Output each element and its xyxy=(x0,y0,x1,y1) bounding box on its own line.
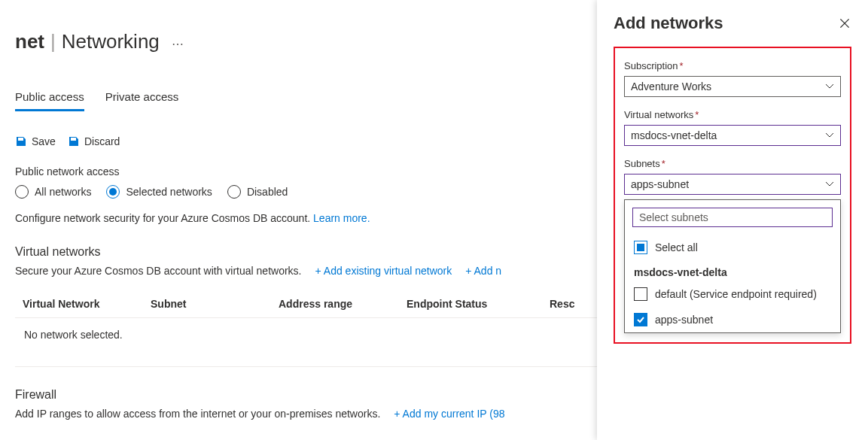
subnet-option-default[interactable]: default (Service endpoint required) xyxy=(625,281,840,307)
radio-icon xyxy=(227,185,241,199)
radio-label: Disabled xyxy=(247,186,288,198)
learn-more-link[interactable]: Learn more. xyxy=(313,212,370,224)
add-new-vnet-link[interactable]: + Add n xyxy=(465,265,501,277)
radio-label: Selected networks xyxy=(126,186,212,198)
radio-icon xyxy=(15,185,29,199)
highlighted-region: Subscription* Adventure Works Virtual ne… xyxy=(614,47,851,344)
checkbox-checked-icon xyxy=(634,313,647,326)
add-existing-vnet-link[interactable]: + Add existing virtual network xyxy=(315,265,452,277)
discard-icon xyxy=(68,135,80,147)
vnet-select[interactable]: msdocs-vnet-delta xyxy=(624,125,841,146)
subscription-label: Subscription* xyxy=(624,60,841,71)
subnet-option-apps[interactable]: apps-subnet xyxy=(625,307,840,332)
checkbox-unchecked-icon xyxy=(634,287,647,301)
radio-label: All networks xyxy=(35,186,91,198)
chevron-down-icon xyxy=(825,180,834,189)
dropdown-group-label: msdocs-vnet-delta xyxy=(625,260,840,281)
subscription-select[interactable]: Adventure Works xyxy=(624,76,841,97)
close-icon[interactable] xyxy=(838,17,851,30)
firewall-description: Add IP ranges to allow access from the i… xyxy=(15,408,380,420)
more-actions-button[interactable]: ⋯ xyxy=(166,34,190,54)
radio-all-networks[interactable]: All networks xyxy=(15,185,91,199)
subscription-value: Adventure Works xyxy=(631,80,711,93)
flyout-title: Add networks xyxy=(614,14,723,33)
vnet-value: msdocs-vnet-delta xyxy=(631,129,717,141)
discard-label: Discard xyxy=(84,135,120,147)
select-all-label: Select all xyxy=(655,241,698,253)
subnets-label: Subnets* xyxy=(624,158,841,169)
subnets-select[interactable]: apps-subnet xyxy=(624,174,841,195)
chevron-down-icon xyxy=(825,82,834,91)
col-subnet: Subnet xyxy=(151,298,279,310)
col-endpoint: Endpoint Status xyxy=(407,298,550,310)
col-range: Address range xyxy=(279,298,407,310)
subnets-search-input[interactable]: Select subnets xyxy=(632,208,833,227)
col-vnet: Virtual Network xyxy=(23,298,151,310)
radio-disabled[interactable]: Disabled xyxy=(227,185,288,199)
vnet-label: Virtual networks* xyxy=(624,109,841,120)
option-label: default (Service endpoint required) xyxy=(655,288,817,300)
save-label: Save xyxy=(32,135,56,147)
add-my-ip-link[interactable]: + Add my current IP (98 xyxy=(394,408,504,420)
option-label: apps-subnet xyxy=(655,314,713,326)
save-icon xyxy=(15,135,27,147)
vnets-description: Secure your Azure Cosmos DB account with… xyxy=(15,265,302,277)
tab-private-access[interactable]: Private access xyxy=(105,84,179,111)
checkbox-indeterminate-icon xyxy=(634,241,647,254)
radio-icon xyxy=(106,185,120,199)
subnets-value: apps-subnet xyxy=(631,178,689,190)
resource-name-truncated: net xyxy=(15,30,44,53)
save-button[interactable]: Save xyxy=(15,135,56,147)
select-all-checkbox[interactable]: Select all xyxy=(625,235,840,260)
tab-public-access[interactable]: Public access xyxy=(15,84,84,111)
chevron-down-icon xyxy=(825,131,834,140)
radio-selected-networks[interactable]: Selected networks xyxy=(106,185,212,199)
discard-button[interactable]: Discard xyxy=(68,135,120,147)
add-networks-flyout: Add networks Subscription* Adventure Wor… xyxy=(597,0,868,440)
subnets-dropdown: Select subnets Select all msdocs-vnet-de… xyxy=(624,199,841,333)
title-separator: | xyxy=(50,30,56,53)
blade-name: Networking xyxy=(62,30,160,53)
